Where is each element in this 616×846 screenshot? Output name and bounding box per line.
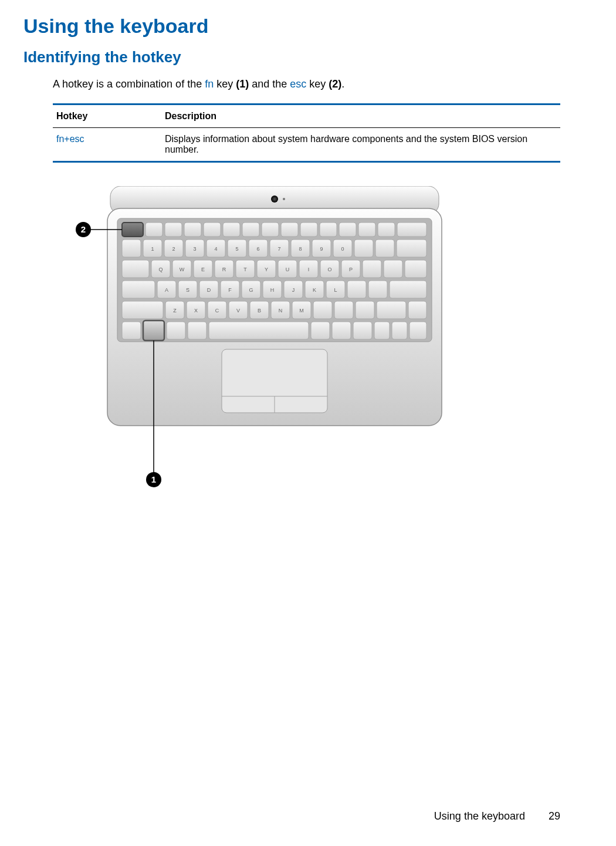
- svg-text:K: K: [313, 287, 316, 293]
- key-row-1: [122, 223, 427, 237]
- svg-text:B: B: [258, 308, 261, 314]
- svg-rect-113: [311, 322, 330, 339]
- svg-point-2: [283, 198, 285, 200]
- key-row-2: 1 2 3 4 5 6 7 8 9 0: [122, 240, 427, 257]
- svg-rect-115: [353, 322, 372, 339]
- svg-rect-8: [204, 223, 221, 237]
- key-row-6: [122, 321, 427, 341]
- svg-rect-117: [392, 322, 407, 339]
- svg-text:9: 9: [320, 246, 323, 252]
- svg-text:R: R: [222, 267, 226, 272]
- svg-text:D: D: [207, 287, 211, 293]
- svg-rect-105: [334, 301, 353, 319]
- svg-text:Y: Y: [265, 267, 268, 272]
- svg-text:T: T: [243, 267, 247, 272]
- svg-text:W: W: [180, 267, 185, 272]
- svg-text:X: X: [194, 308, 198, 314]
- document-page: Using the keyboard Identifying the hotke…: [0, 0, 616, 846]
- svg-text:Q: Q: [158, 267, 163, 272]
- intro-text: A hotkey is a combination of the: [53, 78, 205, 90]
- svg-rect-19: [122, 240, 141, 257]
- intro-text: and the: [249, 78, 290, 90]
- svg-text:I: I: [308, 267, 310, 272]
- svg-rect-111: [188, 322, 207, 339]
- svg-rect-106: [356, 301, 374, 319]
- svg-rect-110: [167, 322, 185, 339]
- table-row: fn+esc Displays information about system…: [53, 128, 560, 161]
- page-footer: Using the keyboard 29: [434, 810, 560, 823]
- svg-rect-15: [339, 223, 356, 237]
- svg-rect-16: [358, 223, 375, 237]
- footer-page-number: 29: [549, 810, 560, 823]
- svg-text:3: 3: [193, 246, 196, 252]
- svg-rect-89: [122, 301, 163, 319]
- fn-keyword: fn: [205, 78, 214, 90]
- hotkey-table: Hotkey Description fn+esc Displays infor…: [53, 103, 560, 163]
- svg-rect-12: [281, 223, 298, 237]
- esc-key: [122, 223, 143, 237]
- table-header-row: Hotkey Description: [53, 105, 560, 128]
- key-row-3: Q W E R T Y U I O P: [122, 260, 427, 278]
- svg-rect-11: [262, 223, 279, 237]
- svg-text:F: F: [228, 287, 232, 293]
- svg-text:J: J: [292, 287, 295, 293]
- svg-text:2: 2: [81, 224, 86, 234]
- svg-text:G: G: [249, 287, 253, 293]
- svg-text:6: 6: [256, 246, 259, 252]
- svg-rect-14: [320, 223, 337, 237]
- svg-rect-18: [397, 223, 427, 237]
- svg-rect-112: [209, 322, 309, 339]
- esc-keyword: esc: [290, 78, 306, 90]
- laptop-illustration: 1 2 3 4 5 6 7 8 9 0 Q: [75, 186, 451, 497]
- svg-text:N: N: [279, 308, 283, 314]
- svg-rect-6: [165, 223, 182, 237]
- keyboard-diagram: 1 2 3 4 5 6 7 8 9 0 Q: [75, 186, 451, 497]
- svg-text:2: 2: [172, 246, 175, 252]
- col-header-hotkey: Hotkey: [56, 111, 165, 122]
- svg-text:A: A: [165, 287, 168, 293]
- svg-rect-17: [378, 223, 395, 237]
- intro-text: key: [214, 78, 236, 90]
- svg-text:L: L: [334, 287, 337, 293]
- svg-text:P: P: [349, 267, 353, 272]
- svg-text:Z: Z: [173, 308, 177, 314]
- key-row-4: A S D F G H J K L: [122, 281, 427, 298]
- svg-rect-116: [374, 322, 390, 339]
- svg-rect-108: [408, 301, 427, 319]
- svg-text:1: 1: [151, 474, 156, 484]
- svg-rect-43: [122, 260, 149, 278]
- svg-rect-41: [375, 240, 394, 257]
- svg-rect-42: [397, 240, 427, 257]
- intro-text: key: [306, 78, 329, 90]
- svg-text:4: 4: [214, 246, 217, 252]
- svg-text:E: E: [201, 267, 205, 272]
- svg-rect-5: [145, 223, 163, 237]
- svg-rect-64: [363, 260, 381, 278]
- svg-rect-40: [354, 240, 373, 257]
- svg-rect-65: [384, 260, 402, 278]
- svg-rect-7: [184, 223, 201, 237]
- svg-rect-66: [405, 260, 427, 278]
- svg-text:7: 7: [277, 246, 280, 252]
- svg-text:S: S: [186, 287, 189, 293]
- svg-rect-86: [347, 281, 366, 298]
- page-title: Using the keyboard: [23, 15, 560, 38]
- description-cell: Displays information about system hardwa…: [165, 134, 557, 155]
- fn-key: [143, 321, 164, 341]
- svg-rect-10: [242, 223, 259, 237]
- svg-rect-87: [368, 281, 387, 298]
- callout-ref-2: (2): [329, 78, 341, 90]
- svg-text:5: 5: [235, 246, 238, 252]
- svg-text:1: 1: [151, 246, 154, 252]
- svg-text:M: M: [299, 308, 304, 314]
- svg-text:V: V: [236, 308, 240, 314]
- svg-text:O: O: [327, 267, 331, 272]
- svg-rect-109: [122, 322, 141, 339]
- svg-rect-13: [300, 223, 317, 237]
- svg-rect-104: [313, 301, 332, 319]
- svg-text:U: U: [286, 267, 290, 272]
- intro-text: .: [341, 78, 344, 90]
- svg-text:C: C: [215, 308, 219, 314]
- hotkey-cell: fn+esc: [56, 134, 165, 155]
- intro-paragraph: A hotkey is a combination of the fn key …: [53, 77, 560, 92]
